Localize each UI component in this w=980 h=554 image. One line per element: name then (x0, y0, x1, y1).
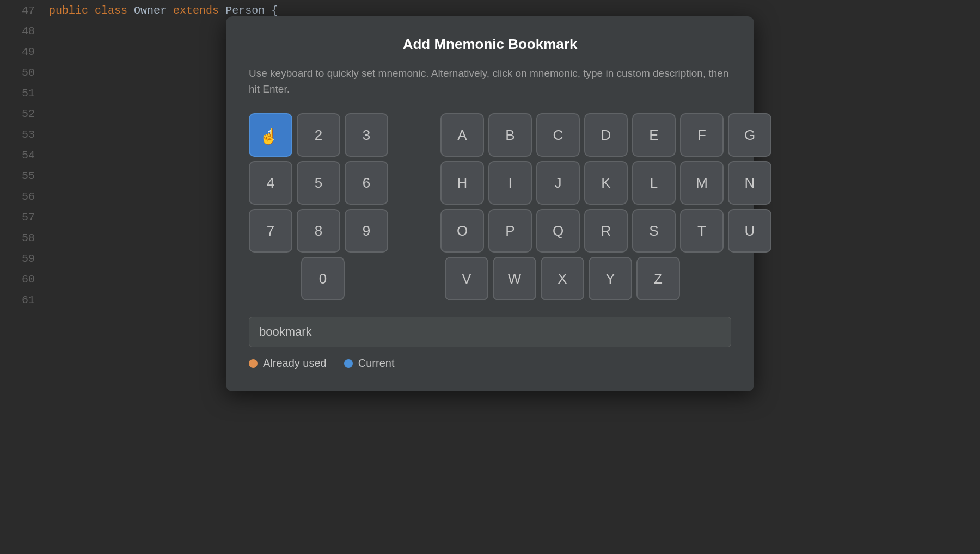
key-I[interactable]: I (488, 161, 532, 205)
key-row-2: 4 5 6 H I J K L M N (249, 161, 731, 205)
key-row-1: 1 ☝️ 2 3 A B C D E F G (249, 113, 731, 157)
key-7[interactable]: 7 (249, 209, 292, 253)
key-0[interactable]: 0 (301, 257, 345, 300)
key-H[interactable]: H (440, 161, 484, 205)
key-row-4: 0 V W X Y Z (249, 257, 731, 300)
key-G[interactable]: G (728, 113, 771, 157)
key-W[interactable]: W (493, 257, 536, 300)
key-P[interactable]: P (488, 209, 532, 253)
key-gap-1 (393, 113, 436, 157)
key-M[interactable]: M (680, 161, 724, 205)
key-F[interactable]: F (680, 113, 724, 157)
key-L[interactable]: L (632, 161, 676, 205)
current-label: Current (358, 357, 395, 370)
key-gap-2 (393, 161, 436, 205)
already-used-legend-item: Already used (249, 357, 327, 370)
already-used-dot-icon (249, 359, 258, 368)
key-8[interactable]: 8 (297, 209, 340, 253)
key-V[interactable]: V (445, 257, 488, 300)
current-dot-icon (344, 359, 353, 368)
key-Y[interactable]: Y (589, 257, 632, 300)
key-spacer-1 (249, 257, 297, 300)
key-X[interactable]: X (541, 257, 584, 300)
key-N[interactable]: N (728, 161, 771, 205)
key-C[interactable]: C (536, 113, 580, 157)
key-T[interactable]: T (680, 209, 724, 253)
key-J[interactable]: J (536, 161, 580, 205)
key-1[interactable]: 1 ☝️ (249, 113, 292, 157)
key-6[interactable]: 6 (345, 161, 388, 205)
key-5[interactable]: 5 (297, 161, 340, 205)
modal-description: Use keyboard to quickly set mnemonic. Al… (249, 66, 731, 97)
key-grid: 1 ☝️ 2 3 A B C D E F G 4 5 6 H (249, 113, 731, 300)
legend: Already used Current (249, 357, 731, 370)
key-O[interactable]: O (440, 209, 484, 253)
key-R[interactable]: R (584, 209, 628, 253)
mnemonic-description-input[interactable] (249, 317, 731, 347)
key-E[interactable]: E (632, 113, 676, 157)
key-gap-3 (393, 209, 436, 253)
key-2[interactable]: 2 (297, 113, 340, 157)
key-row-3: 7 8 9 O P Q R S T U (249, 209, 731, 253)
modal-title: Add Mnemonic Bookmark (249, 36, 731, 53)
key-Z[interactable]: Z (636, 257, 680, 300)
key-S[interactable]: S (632, 209, 676, 253)
key-gap-5 (397, 257, 440, 300)
modal-overlay: Add Mnemonic Bookmark Use keyboard to qu… (0, 0, 980, 554)
already-used-label: Already used (263, 357, 327, 370)
key-Q[interactable]: Q (536, 209, 580, 253)
key-4[interactable]: 4 (249, 161, 292, 205)
key-K[interactable]: K (584, 161, 628, 205)
key-gap-4 (349, 257, 393, 300)
key-U[interactable]: U (728, 209, 771, 253)
key-A[interactable]: A (440, 113, 484, 157)
key-3[interactable]: 3 (345, 113, 388, 157)
key-D[interactable]: D (584, 113, 628, 157)
key-B[interactable]: B (488, 113, 532, 157)
mnemonic-bookmark-modal: Add Mnemonic Bookmark Use keyboard to qu… (226, 16, 754, 391)
key-9[interactable]: 9 (345, 209, 388, 253)
current-legend-item: Current (344, 357, 395, 370)
